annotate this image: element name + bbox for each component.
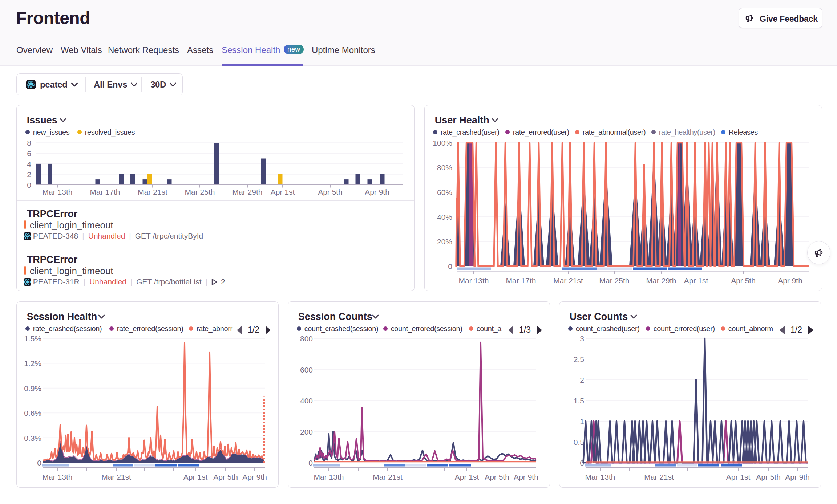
svg-text:Apr 5th: Apr 5th — [756, 473, 781, 481]
svg-text:8: 8 — [27, 139, 31, 147]
svg-text:Mar 13th: Mar 13th — [458, 276, 489, 285]
svg-text:Mar 25th: Mar 25th — [599, 276, 629, 285]
svg-text:Mar 21st: Mar 21st — [101, 473, 131, 481]
svg-text:60%: 60% — [437, 188, 452, 196]
svg-text:Apr 5th: Apr 5th — [731, 276, 756, 285]
svg-text:Apr 9th: Apr 9th — [778, 276, 802, 285]
svg-text:40%: 40% — [437, 213, 452, 221]
svg-text:Mar 13th: Mar 13th — [42, 473, 72, 481]
svg-text:200: 200 — [300, 428, 313, 436]
svg-text:6: 6 — [27, 149, 31, 158]
svg-text:Apr 9th: Apr 9th — [365, 188, 389, 196]
svg-text:0.5: 0.5 — [573, 438, 584, 446]
svg-text:1.2%: 1.2% — [24, 359, 41, 367]
svg-text:0: 0 — [448, 262, 452, 271]
svg-text:0.3%: 0.3% — [24, 434, 41, 442]
svg-text:Mar 21st: Mar 21st — [138, 188, 167, 196]
svg-text:2.5: 2.5 — [573, 355, 584, 363]
svg-text:1.5: 1.5 — [573, 397, 584, 405]
svg-text:400: 400 — [300, 397, 313, 405]
svg-text:3: 3 — [580, 334, 584, 343]
svg-text:Apr 9th: Apr 9th — [785, 473, 810, 481]
svg-text:Apr 5th: Apr 5th — [318, 188, 343, 196]
svg-text:Mar 29th: Mar 29th — [232, 188, 262, 196]
svg-text:Mar 17th: Mar 17th — [506, 276, 536, 285]
svg-text:0.9%: 0.9% — [24, 384, 41, 393]
svg-text:1: 1 — [580, 417, 584, 426]
svg-text:Apr 9th: Apr 9th — [242, 473, 267, 481]
svg-text:Mar 29th: Mar 29th — [646, 276, 676, 285]
svg-text:0.6%: 0.6% — [24, 409, 41, 417]
svg-text:Mar 13th: Mar 13th — [585, 473, 615, 481]
svg-text:Mar 25th: Mar 25th — [185, 188, 215, 196]
svg-text:Apr 5th: Apr 5th — [485, 473, 509, 481]
svg-text:0: 0 — [27, 181, 31, 189]
svg-text:0: 0 — [308, 459, 313, 467]
svg-text:Mar 21st: Mar 21st — [373, 473, 403, 481]
svg-text:Apr 1st: Apr 1st — [726, 473, 750, 481]
svg-text:Apr 5th: Apr 5th — [213, 473, 238, 481]
svg-text:20%: 20% — [437, 237, 452, 246]
svg-text:80%: 80% — [437, 163, 452, 172]
svg-text:Mar 13th: Mar 13th — [314, 473, 344, 481]
svg-text:Mar 21st: Mar 21st — [644, 473, 674, 481]
svg-text:0: 0 — [37, 459, 41, 467]
svg-text:Apr 9th: Apr 9th — [514, 473, 538, 481]
svg-text:2: 2 — [580, 376, 584, 384]
svg-text:2: 2 — [27, 170, 31, 179]
svg-text:4: 4 — [27, 160, 31, 168]
svg-text:Apr 1st: Apr 1st — [684, 276, 708, 285]
svg-text:600: 600 — [300, 366, 313, 374]
svg-text:800: 800 — [300, 334, 313, 343]
svg-text:Mar 17th: Mar 17th — [90, 188, 120, 196]
svg-text:Apr 1st: Apr 1st — [454, 473, 479, 481]
svg-text:1.5%: 1.5% — [24, 334, 41, 343]
svg-text:Apr 1st: Apr 1st — [270, 188, 295, 196]
svg-text:Mar 21st: Mar 21st — [553, 276, 583, 285]
svg-text:Mar 13th: Mar 13th — [42, 188, 72, 196]
svg-text:Apr 1st: Apr 1st — [183, 473, 207, 481]
svg-text:100%: 100% — [433, 139, 452, 147]
